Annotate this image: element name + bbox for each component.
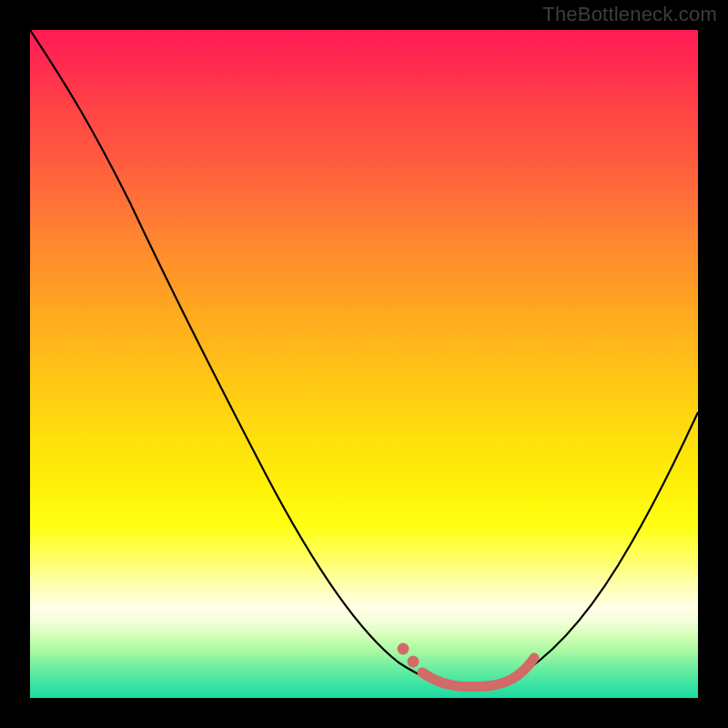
curve-svg [30, 30, 698, 698]
optimal-zone-line [422, 658, 534, 687]
watermark-text: TheBottleneck.com [542, 3, 717, 26]
chart-frame: TheBottleneck.com [0, 0, 728, 728]
optimal-dot-1 [398, 643, 410, 655]
optimal-dot-2 [408, 656, 420, 668]
curve-right-branch [467, 412, 698, 687]
plot-area [30, 30, 698, 698]
curve-left-branch [30, 30, 467, 687]
